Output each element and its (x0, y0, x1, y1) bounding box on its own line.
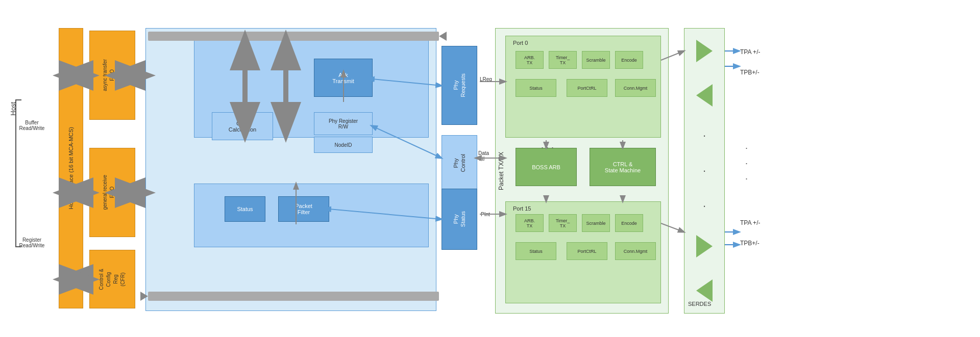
lreq-label: LReq (480, 76, 492, 82)
port15-timer-tx: Timer_ TX (549, 214, 577, 232)
atf-box: async transfer FIFO (ATF) (89, 31, 135, 120)
port15-label: Port 15 (513, 205, 531, 212)
cfr-box: Control & Config Reg (CFR) (89, 250, 135, 308)
port15-scramble: Scramble (582, 214, 610, 232)
port0-timer-tx: Timer_ TX (549, 51, 577, 69)
tpa-bot-label: TPA +/- (740, 219, 760, 226)
pint-label: PInt (481, 212, 490, 217)
port0-arb-tx: ARB. TX (516, 51, 544, 69)
grf-box: general receive FIFO (GRF) (89, 148, 135, 237)
port15-arb-tx: ARB. TX (516, 214, 544, 232)
crc-box: CRC Calculation (212, 112, 273, 140)
register-rw-label: Register Read/Write (18, 237, 46, 248)
tpb-bot-label: TPB+/- (740, 240, 760, 247)
phy-requests-box: Phy Requests (442, 46, 477, 125)
serdes-tri-bot-left (696, 279, 713, 302)
status-box: Status (225, 196, 265, 222)
host-interface-box: Host Interface (16 bit MCA-MCS) (59, 28, 83, 308)
dots-right-bot: · (745, 158, 748, 169)
tpb-top-label: TPB+/- (740, 69, 760, 76)
phy-control-box: Phy Control (442, 135, 477, 191)
svg-marker-1 (439, 32, 447, 41)
serdes-box: · · · (684, 28, 725, 314)
tpa-top-label: TPA +/- (740, 48, 760, 56)
port15-status: Status (516, 242, 556, 260)
port0-portctrl: PortCtRL (567, 79, 607, 97)
port15-portctrl: PortCtRL (567, 242, 607, 260)
port0-connmgmt: Conn.Mgmt (615, 79, 656, 97)
data-ctl-label: Data Ctl (478, 150, 489, 162)
nodeid-box: NodeID (314, 137, 373, 153)
ctrl-state-machine-box: CTRL & State Machine (590, 148, 656, 186)
phy-register-box: Phy Register R/W (314, 112, 373, 135)
port0-encode: Encode (615, 51, 643, 69)
serdes-tri-bot-right (696, 235, 713, 257)
packet-filter-box: Packet Filter (278, 196, 329, 222)
ack-transmit-box: Ack Transmit (314, 59, 373, 97)
dots-right-bot2: · (745, 173, 748, 184)
transmit-label: Transmit (342, 31, 365, 38)
serdes-label: SERDES (688, 301, 711, 307)
port0-label: Port 0 (513, 40, 528, 46)
serdes-dots-middle2: · (703, 164, 706, 177)
port0-scramble: Scramble (582, 51, 610, 69)
port15-connmgmt: Conn.Mgmt (615, 242, 656, 260)
serdes-dots-middle: · (703, 129, 706, 142)
serdes-dots-middle3: · (703, 199, 706, 213)
dots-right-top: · (745, 143, 748, 153)
boss-arb-box: BOSS ARB (516, 148, 577, 186)
port15-encode: Encode (615, 214, 643, 232)
host-label: Host (9, 102, 17, 116)
serdes-tri-top-left (696, 84, 713, 107)
port0-status: Status (516, 79, 556, 97)
receive-label: Receive (342, 293, 364, 300)
buffer-rw-label: Buffer Read/Write (18, 120, 46, 131)
dots-between-ports: · · · (541, 143, 554, 152)
phy-status-box: Phy Status (442, 189, 477, 250)
serdes-tri-top-right (696, 40, 713, 62)
